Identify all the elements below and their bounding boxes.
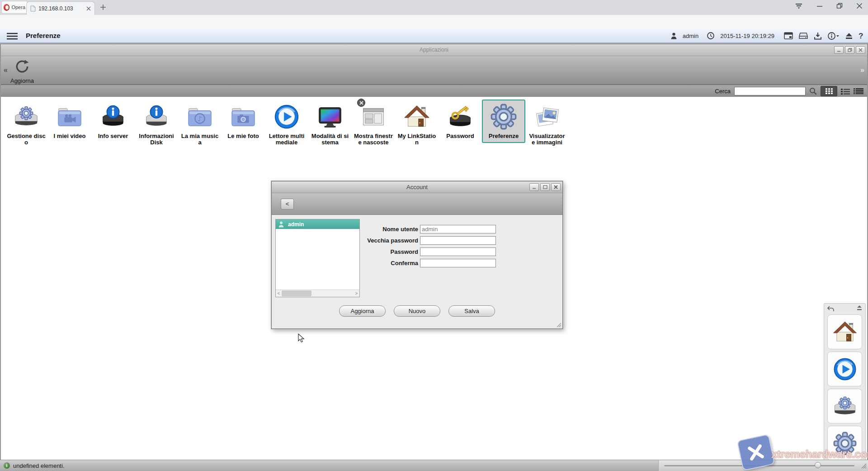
view-detail-button[interactable] (854, 88, 863, 94)
old-password-label: Vecchia password (361, 237, 418, 244)
zoom-slider-knob[interactable] (815, 462, 821, 468)
account-dialog-titlebar[interactable]: Account (272, 181, 562, 193)
password-label: Password (361, 248, 418, 255)
search-label: Cerca (715, 88, 731, 95)
user-list-item-label: admin (288, 221, 304, 228)
confirm-input[interactable] (420, 259, 496, 267)
password-input[interactable] (420, 247, 496, 256)
my-linkstation-home-icon (403, 103, 431, 131)
user-list-scrollbar[interactable]: < > (276, 290, 359, 297)
image-viewer-icon (533, 103, 561, 131)
app-mostra-finestre-nascoste[interactable]: Mostra finestre nascoste (352, 100, 395, 149)
old-password-input[interactable] (420, 236, 496, 245)
logged-in-user[interactable]: admin (683, 33, 698, 39)
window-restore-icon[interactable] (836, 3, 843, 9)
scrollbar-thumb[interactable] (282, 290, 311, 296)
browser-tab-bar: Opera 192.168.0.103 (0, 0, 868, 15)
nas-download-icon[interactable] (814, 32, 822, 40)
scroll-right-arrow[interactable]: > (354, 291, 359, 296)
scroll-left-arrow[interactable]: < (276, 291, 282, 296)
view-grid-button[interactable] (821, 86, 837, 96)
app-le-mie-foto[interactable]: Le mie foto (222, 100, 265, 143)
tab-close-icon[interactable] (86, 6, 91, 11)
dock-undo-icon[interactable] (827, 306, 834, 312)
nas-info-dropdown-icon[interactable] (828, 32, 840, 40)
app-gestione-disco[interactable]: Gestione disco (5, 100, 48, 149)
dock-collapse-icon[interactable] (857, 305, 862, 311)
nas-page-title: Preferenze (26, 32, 61, 39)
app-my-linkstation[interactable]: My LinkStation (395, 100, 439, 149)
close-badge-icon (357, 99, 365, 107)
toolbar-overflow-right[interactable]: » (860, 66, 864, 74)
hamburger-menu-icon[interactable] (6, 33, 18, 40)
window-resize-grip[interactable] (861, 463, 867, 469)
browser-customize-icon[interactable] (795, 2, 803, 10)
applications-titlebar[interactable]: Applicazioni (1, 44, 867, 56)
opera-menu-button[interactable]: Opera (1, 1, 28, 14)
svg-text:?: ? (859, 32, 863, 40)
app-info-server[interactable]: Info server (91, 100, 135, 143)
app-i-miei-video[interactable]: I miei video (48, 100, 91, 143)
help-icon[interactable]: ? (859, 32, 864, 40)
dock-home-button[interactable] (827, 314, 862, 349)
dock-media-player-button[interactable] (827, 352, 862, 386)
dialog-button-row: Aggiorna Nuovo Salva (272, 305, 562, 317)
app-la-mia-musica[interactable]: ♪ La mia musica (178, 100, 222, 149)
app-lettore-multimediale[interactable]: Lettore multimediale (265, 100, 308, 149)
console-window-icon[interactable] (784, 32, 793, 39)
app-preferenze[interactable]: Preferenze (482, 100, 525, 143)
app-modalita-di-sistema[interactable]: Modalità di sistema (308, 100, 352, 149)
app-minimize-icon[interactable] (834, 46, 844, 54)
dialog-minimize-icon[interactable] (529, 183, 539, 191)
home-icon (832, 319, 858, 345)
search-icon[interactable] (809, 87, 817, 95)
dialog-maximize-icon[interactable] (540, 183, 550, 191)
back-button[interactable]: < (281, 199, 294, 209)
mouse-cursor (298, 333, 305, 343)
eject-icon[interactable] (845, 33, 853, 39)
update-button[interactable]: Aggiorna (339, 305, 386, 317)
dock-disk-manager-button[interactable] (827, 389, 862, 423)
save-button[interactable]: Salva (448, 305, 495, 317)
music-folder-icon: ♪ (186, 103, 214, 131)
browser-tab[interactable]: 192.168.0.103 (26, 1, 95, 15)
account-form: Nome utente Vecchia password Password Co… (361, 225, 496, 270)
browser-address-bar: 192.168.0.103/rtknas2/Applications/Syste… (0, 15, 868, 29)
username-input[interactable] (420, 225, 496, 233)
dock-preferences-button[interactable] (827, 426, 862, 461)
videos-folder-icon (56, 103, 84, 131)
new-tab-button[interactable] (99, 3, 108, 12)
applications-window-controls (834, 46, 865, 54)
confirm-row: Conferma (361, 259, 496, 267)
username-row: Nome utente (361, 225, 496, 233)
nas-toolbar-right: admin 2015-11-19 20:19:29 ? (671, 29, 864, 43)
search-input[interactable] (734, 87, 806, 95)
app-label: Le mie foto (224, 133, 263, 139)
play-icon (832, 356, 858, 382)
window-minimize-icon[interactable] (816, 3, 823, 9)
dialog-resize-grip[interactable] (557, 323, 561, 328)
clock-icon (707, 32, 714, 39)
app-label: Preferenze (484, 133, 523, 139)
app-password[interactable]: Password (439, 100, 482, 143)
view-list-button[interactable] (841, 88, 850, 95)
new-button[interactable]: Nuovo (394, 305, 440, 317)
refresh-button[interactable]: Aggiorna (7, 58, 37, 84)
opera-logo-icon (4, 4, 9, 11)
account-dialog-body: admin < > Nome utente Vecchia password P… (272, 215, 562, 329)
password-row: Password (361, 247, 496, 256)
dialog-close-icon[interactable] (551, 183, 561, 191)
status-message: undefined elementi. (13, 462, 64, 469)
app-informazioni-disk[interactable]: Informazioni Disk (135, 100, 178, 149)
app-visualizzatore-immagini[interactable]: Visualizzatore immagini (525, 100, 569, 149)
user-list-item-admin[interactable]: admin (276, 219, 359, 229)
account-dialog-controls (529, 183, 561, 191)
search-row: Cerca (1, 85, 867, 98)
zoom-slider-track[interactable] (664, 465, 854, 466)
nas-drive-icon[interactable] (799, 32, 808, 39)
window-close-icon[interactable] (856, 3, 863, 9)
user-list[interactable]: admin < > (275, 219, 360, 297)
app-restore-icon[interactable] (845, 46, 854, 54)
app-close-icon[interactable] (856, 46, 865, 54)
app-label: Info server (94, 133, 132, 139)
